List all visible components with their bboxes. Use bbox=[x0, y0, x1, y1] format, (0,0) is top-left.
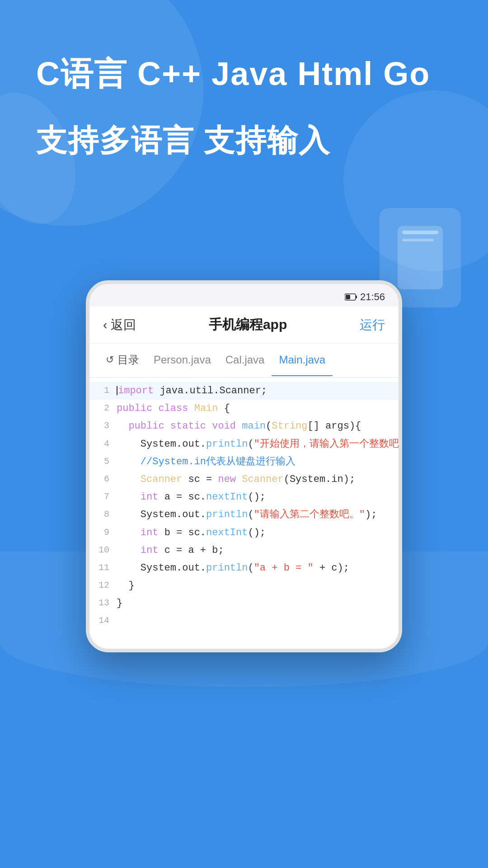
back-label: ‹ 返回 bbox=[103, 316, 136, 334]
status-time: 21:56 bbox=[360, 291, 385, 303]
code-line-13: 13 } bbox=[89, 594, 399, 612]
code-line-1: 1 import java.util.Scanner; bbox=[89, 382, 399, 400]
code-line-9: 9 int b = sc.nextInt(); bbox=[89, 524, 399, 542]
app-header: ‹ 返回 手机编程app 运行 bbox=[89, 307, 399, 344]
headline-features: 支持多语言 支持输入 bbox=[36, 120, 452, 160]
content-area: C语言 C++ Java Html Go 支持多语言 支持输入 bbox=[0, 0, 488, 160]
tab-bar: ↺ 目录 Person.java Cal.java Main.java bbox=[89, 344, 399, 377]
code-line-8: 8 System.out.println("请输入第二个整数吧。"); bbox=[89, 506, 399, 524]
tab-dir[interactable]: ↺ 目录 bbox=[99, 344, 146, 377]
back-button[interactable]: ‹ 返回 bbox=[103, 316, 136, 334]
phone-mockup: 21:56 ‹ 返回 手机编程app 运行 ↺ 目录 Person.java C… bbox=[86, 280, 402, 652]
tab-person-java[interactable]: Person.java bbox=[146, 344, 218, 376]
code-line-10: 10 int c = a + b; bbox=[89, 542, 399, 559]
svg-rect-2 bbox=[346, 295, 350, 299]
dir-label: 目录 bbox=[117, 353, 139, 367]
app-title: 手机编程app bbox=[209, 316, 287, 334]
code-editor[interactable]: 1 import java.util.Scanner; 2 public cla… bbox=[89, 377, 399, 649]
phone-mockup-wrapper: 21:56 ‹ 返回 手机编程app 运行 ↺ 目录 Person.java C… bbox=[86, 280, 402, 652]
code-line-3: 3 public static void main(String[] args)… bbox=[89, 417, 399, 435]
status-bar: 21:56 bbox=[89, 284, 399, 307]
battery-icon bbox=[345, 293, 357, 301]
code-line-11: 11 System.out.println("a + b = " + c); bbox=[89, 559, 399, 577]
headline-languages: C语言 C++ Java Html Go bbox=[36, 54, 452, 93]
code-line-7: 7 int a = sc.nextInt(); bbox=[89, 488, 399, 506]
tab-cal-java[interactable]: Cal.java bbox=[218, 344, 272, 376]
code-line-6: 6 Scanner sc = new Scanner(System.in); bbox=[89, 471, 399, 488]
code-line-14: 14 bbox=[89, 612, 399, 630]
code-line-4: 4 System.out.println("开始使用，请输入第一个整数吧。"); bbox=[89, 435, 399, 453]
code-line-2: 2 public class Main { bbox=[89, 400, 399, 417]
refresh-icon: ↺ bbox=[106, 354, 114, 366]
tab-main-java[interactable]: Main.java bbox=[272, 344, 333, 376]
code-line-5: 5 //System.in代表从键盘进行输入 bbox=[89, 453, 399, 471]
code-line-12: 12 } bbox=[89, 577, 399, 594]
svg-rect-1 bbox=[356, 296, 357, 298]
run-button[interactable]: 运行 bbox=[360, 316, 385, 334]
